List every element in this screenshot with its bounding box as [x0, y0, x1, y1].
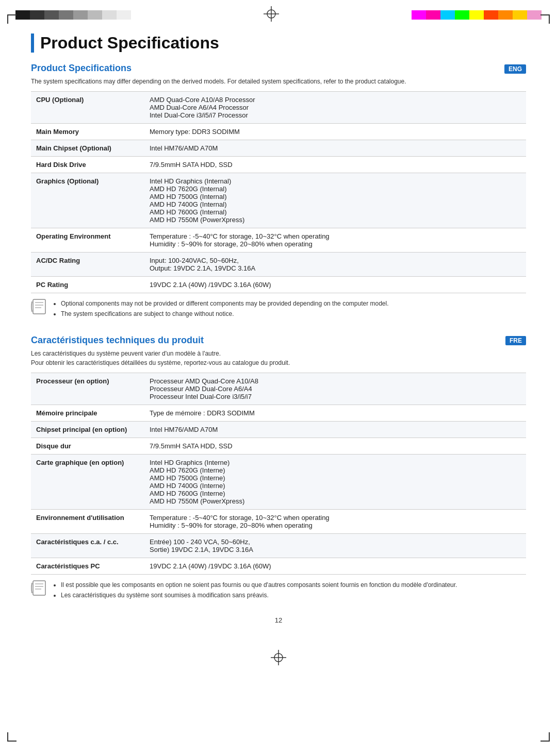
spec-value-line: Processeur AMD Dual-Core A6/A4	[150, 385, 521, 393]
spec-value-line: AMD HD 7500G (Interne)	[150, 474, 521, 482]
spec-value: 7/9.5mmH SATA HDD, SSD	[144, 157, 526, 173]
spec-value-line: Intel HD Graphics (Internal)	[150, 177, 521, 185]
note-item: Optional components may not be provided …	[61, 298, 389, 309]
spec-value-line: Humidity : 5~90% for storage, 20~80% whe…	[150, 240, 521, 248]
spec-value: Input: 100-240VAC, 50~60Hz,Output: 19VDC…	[144, 253, 526, 277]
lang-badge-eng: ENG	[504, 64, 526, 74]
spec-value-line: Humidity : 5~90% for storage, 20~80% whe…	[150, 522, 521, 529]
spec-value-line: AMD HD 7500G (Internal)	[150, 193, 521, 200]
section-desc-eng: The system specifications may differ dep…	[31, 77, 526, 86]
spec-label: Operating Environment	[31, 228, 144, 253]
section-header-fre: Caractéristiques techniques du produitFR…	[31, 335, 526, 347]
spec-label: Environnement d'utilisation	[31, 509, 144, 533]
spec-value-line: AMD HD 7620G (Internal)	[150, 185, 521, 193]
spec-value-line: AMD Quad-Core A10/A8 Processor	[150, 96, 521, 104]
main-title: Product Specifications	[31, 33, 526, 53]
spec-value-line: Processeur Intel Dual-Core i3/i5/i7	[150, 393, 521, 400]
spec-label: Caractéristiques c.a. / c.c.	[31, 533, 144, 558]
spec-value: Temperature : -5~40°C for storage, 10~32…	[144, 228, 526, 253]
spec-value: Processeur AMD Quad-Core A10/A8Processeu…	[144, 373, 526, 405]
spec-value-line: 7/9.5mmH SATA HDD, SSD	[150, 161, 521, 169]
svg-rect-7	[33, 581, 45, 595]
spec-label: CPU (Optional)	[31, 92, 144, 124]
spec-value: Type de mémoire : DDR3 SODIMM	[144, 405, 526, 421]
table-row: Carte graphique (en option)Intel HD Grap…	[31, 454, 526, 509]
page-number: 12	[31, 616, 526, 624]
notes-eng: Optional components may not be provided …	[31, 298, 526, 320]
note-item: Il est possible que les composants en op…	[61, 580, 457, 590]
table-row: PC Rating19VDC 2.1A (40W) /19VDC 3.16A (…	[31, 277, 526, 293]
spec-value-line: AMD HD 7600G (Internal)	[150, 208, 521, 216]
section-desc-fre: Les caractéristiques du système peuvent …	[31, 349, 526, 367]
spec-value-line: Processeur AMD Quad-Core A10/A8	[150, 377, 521, 385]
spec-value-line: AMD HD 7400G (Interne)	[150, 482, 521, 490]
spec-value: 7/9.5mmH SATA HDD, SSD	[144, 438, 526, 454]
table-row: Mémoire principaleType de mémoire : DDR3…	[31, 405, 526, 421]
note-item: Les caractéristiques du système sont sou…	[61, 590, 457, 600]
table-row: Environnement d'utilisationTemperature :…	[31, 509, 526, 533]
table-row: Graphics (Optional)Intel HD Graphics (In…	[31, 173, 526, 228]
spec-label: Caractéristiques PC	[31, 558, 144, 574]
spec-value-line: Intel HD Graphics (Interne)	[150, 459, 521, 466]
table-row: Caractéristiques PC19VDC 2.1A (40W) /19V…	[31, 558, 526, 574]
spec-value: Intel HD Graphics (Internal)AMD HD 7620G…	[144, 173, 526, 228]
crosshair-top	[264, 6, 279, 23]
svg-rect-3	[33, 299, 45, 314]
spec-value: Intel HM76/AMD A70M	[144, 421, 526, 438]
spec-value-line: Temperature : -5~40°C for storage, 10~32…	[150, 232, 521, 240]
spec-value-line: AMD Dual-Core A6/A4 Processor	[150, 104, 521, 111]
spec-value: Intel HD Graphics (Interne)AMD HD 7620G …	[144, 454, 526, 509]
spec-label: Hard Disk Drive	[31, 157, 144, 173]
spec-value-line: AMD HD 7620G (Interne)	[150, 466, 521, 474]
corner-mark-tr	[540, 14, 550, 24]
crosshair-bottom	[0, 645, 557, 670]
section-title-fre: Caractéristiques techniques du produit	[31, 335, 204, 346]
spec-value-line: 19VDC 2.1A (40W) /19VDC 3.16A (60W)	[150, 281, 521, 289]
spec-value-line: AMD HD 7400G (Internal)	[150, 200, 521, 208]
spec-value: Temperature : -5~40°C for storage, 10~32…	[144, 509, 526, 533]
corner-mark-tl	[7, 14, 17, 24]
spec-value: Entrée) 100 - 240 VCA, 50~60Hz,Sortie) 1…	[144, 533, 526, 558]
color-bars-left	[15, 10, 131, 20]
spec-label: Processeur (en option)	[31, 373, 144, 405]
spec-table-eng: CPU (Optional)AMD Quad-Core A10/A8 Proce…	[31, 91, 526, 293]
spec-value-line: Intel HM76/AMD A70M	[150, 144, 521, 152]
spec-value-line: Input: 100-240VAC, 50~60Hz,	[150, 257, 521, 264]
note-item: The system specifications are subject to…	[61, 309, 389, 319]
spec-value-line: Sortie) 19VDC 2.1A, 19VDC 3.16A	[150, 546, 521, 553]
table-row: Main Chipset (Optional)Intel HM76/AMD A7…	[31, 140, 526, 157]
table-row: Hard Disk Drive7/9.5mmH SATA HDD, SSD	[31, 157, 526, 173]
spec-label: AC/DC Rating	[31, 253, 144, 277]
section-eng: Product SpecificationsENGThe system spec…	[31, 63, 526, 320]
table-row: Chipset principal (en option)Intel HM76/…	[31, 421, 526, 438]
spec-value-line: AMD HD 7600G (Interne)	[150, 490, 521, 497]
notes-icon	[31, 298, 47, 316]
table-row: AC/DC RatingInput: 100-240VAC, 50~60Hz,O…	[31, 253, 526, 277]
spec-value-line: Temperature : -5~40°C for storage, 10~32…	[150, 514, 521, 522]
spec-label: PC Rating	[31, 277, 144, 293]
corner-mark-bl	[7, 732, 17, 742]
spec-value-line: Entrée) 100 - 240 VCA, 50~60Hz,	[150, 538, 521, 546]
spec-value-line: Intel Dual-Core i3/i5/i7 Processor	[150, 111, 521, 119]
spec-label: Carte graphique (en option)	[31, 454, 144, 509]
spec-value-line: 19VDC 2.1A (40W) /19VDC 3.16A (60W)	[150, 562, 521, 570]
color-bars-right	[412, 10, 542, 20]
table-row: Caractéristiques c.a. / c.c.Entrée) 100 …	[31, 533, 526, 558]
notes-fre: Il est possible que les composants en op…	[31, 580, 526, 601]
spec-table-fre: Processeur (en option)Processeur AMD Qua…	[31, 373, 526, 575]
spec-value-line: Output: 19VDC 2.1A, 19VDC 3.16A	[150, 264, 521, 272]
spec-value: 19VDC 2.1A (40W) /19VDC 3.16A (60W)	[144, 558, 526, 574]
spec-value-line: Type de mémoire : DDR3 SODIMM	[150, 409, 521, 417]
section-fre: Caractéristiques techniques du produitFR…	[31, 335, 526, 601]
spec-value-line: Memory type: DDR3 SODIMM	[150, 128, 521, 136]
table-row: Disque dur7/9.5mmH SATA HDD, SSD	[31, 438, 526, 454]
spec-label: Graphics (Optional)	[31, 173, 144, 228]
table-row: Main MemoryMemory type: DDR3 SODIMM	[31, 124, 526, 140]
spec-value-line: AMD HD 7550M (PowerXpress)	[150, 497, 521, 505]
spec-value: Memory type: DDR3 SODIMM	[144, 124, 526, 140]
lang-badge-fre: FRE	[505, 336, 526, 345]
notes-list: Optional components may not be provided …	[53, 298, 389, 320]
section-header-eng: Product SpecificationsENG	[31, 63, 526, 75]
section-title-eng: Product Specifications	[31, 63, 132, 74]
spec-value-line: Intel HM76/AMD A70M	[150, 426, 521, 433]
